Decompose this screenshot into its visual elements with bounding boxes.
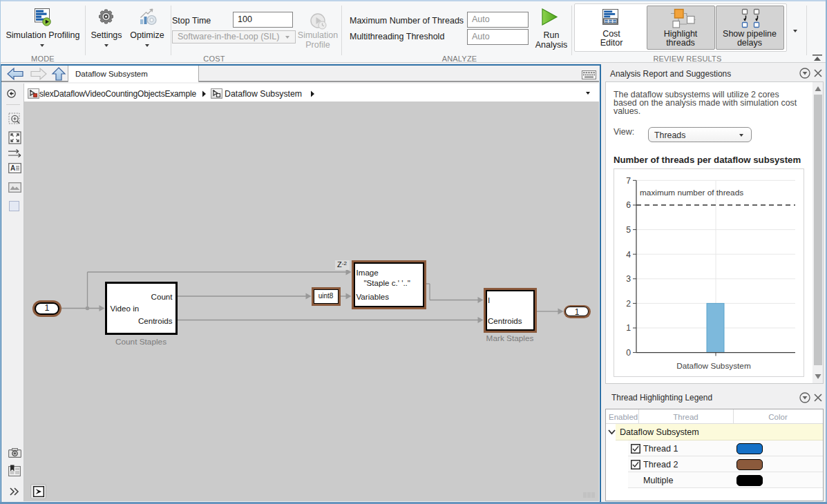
svg-text:maximum number of threads: maximum number of threads [640, 188, 743, 197]
svg-text:7: 7 [626, 176, 631, 186]
svg-text:0: 0 [626, 348, 631, 358]
svg-text:Dataflow Subsystem: Dataflow Subsystem [676, 361, 751, 371]
svg-text:2: 2 [626, 299, 631, 309]
svg-text:1: 1 [626, 323, 631, 333]
svg-text:3: 3 [626, 274, 631, 284]
svg-text:6: 6 [626, 200, 631, 210]
svg-text:4: 4 [626, 250, 631, 260]
svg-text:5: 5 [626, 225, 631, 235]
svg-text:A: A [10, 164, 15, 172]
